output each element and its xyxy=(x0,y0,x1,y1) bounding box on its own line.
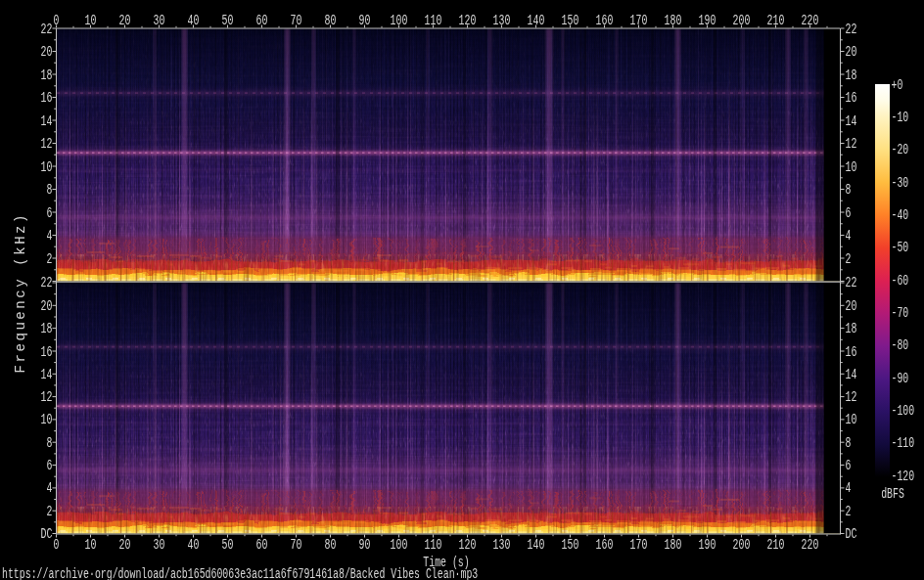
svg-text:6: 6 xyxy=(47,205,53,221)
svg-text:20: 20 xyxy=(846,298,857,314)
svg-text:140: 140 xyxy=(528,537,545,553)
svg-text:160: 160 xyxy=(596,13,614,28)
svg-text:110: 110 xyxy=(425,537,442,553)
svg-text:170: 170 xyxy=(630,13,648,28)
svg-text:50: 50 xyxy=(222,13,234,28)
svg-text:180: 180 xyxy=(665,537,682,553)
svg-text:140: 140 xyxy=(528,13,545,28)
svg-text:14: 14 xyxy=(41,113,53,129)
svg-text:10: 10 xyxy=(41,412,53,427)
svg-text:-70: -70 xyxy=(892,305,909,321)
svg-text:Frequency (kHz): Frequency (kHz) xyxy=(13,215,28,374)
svg-text:200: 200 xyxy=(733,537,751,553)
svg-text:20: 20 xyxy=(119,537,131,553)
svg-text:90: 90 xyxy=(359,537,371,553)
svg-text:10: 10 xyxy=(846,159,857,175)
svg-text:110: 110 xyxy=(425,13,442,28)
svg-text:-110: -110 xyxy=(892,435,915,451)
svg-text:18: 18 xyxy=(41,321,53,336)
svg-text:200: 200 xyxy=(733,13,751,28)
svg-text:8: 8 xyxy=(846,182,852,198)
svg-text:130: 130 xyxy=(493,13,511,28)
svg-text:8: 8 xyxy=(47,182,53,198)
svg-text:16: 16 xyxy=(41,90,53,106)
svg-text:14: 14 xyxy=(41,367,53,382)
svg-text:2: 2 xyxy=(846,504,852,519)
svg-text:210: 210 xyxy=(767,537,785,553)
svg-text:150: 150 xyxy=(562,13,579,28)
svg-text:-60: -60 xyxy=(892,273,909,289)
svg-text:30: 30 xyxy=(154,13,165,28)
svg-text:2: 2 xyxy=(47,504,53,519)
svg-text:20: 20 xyxy=(846,44,857,60)
svg-text:-120: -120 xyxy=(892,468,915,484)
svg-text:60: 60 xyxy=(256,13,268,28)
svg-text:4: 4 xyxy=(846,480,852,496)
svg-text:22: 22 xyxy=(846,22,857,37)
svg-text:20: 20 xyxy=(119,13,131,28)
svg-text:10: 10 xyxy=(846,412,857,427)
svg-text:60: 60 xyxy=(256,537,268,553)
svg-text:2: 2 xyxy=(846,251,852,267)
svg-text:-100: -100 xyxy=(892,403,915,419)
svg-text:-40: -40 xyxy=(892,207,909,223)
svg-text:18: 18 xyxy=(41,67,53,83)
svg-text:130: 130 xyxy=(493,537,511,553)
svg-text:120: 120 xyxy=(459,537,477,553)
svg-text:18: 18 xyxy=(846,67,857,83)
svg-text:https://archive·org/download/a: https://archive·org/download/acb165d6006… xyxy=(2,566,478,580)
svg-text:6: 6 xyxy=(846,458,852,473)
svg-text:10: 10 xyxy=(85,13,97,28)
svg-text:190: 190 xyxy=(699,13,716,28)
svg-text:12: 12 xyxy=(846,136,857,152)
svg-text:40: 40 xyxy=(188,537,200,553)
svg-text:150: 150 xyxy=(562,537,579,553)
svg-text:-20: -20 xyxy=(892,142,909,157)
svg-text:0: 0 xyxy=(54,537,60,553)
svg-text:18: 18 xyxy=(846,321,857,336)
svg-text:100: 100 xyxy=(391,13,408,28)
svg-text:170: 170 xyxy=(630,537,648,553)
svg-text:-90: -90 xyxy=(892,371,909,386)
svg-text:10: 10 xyxy=(85,537,97,553)
svg-text:8: 8 xyxy=(47,435,53,451)
svg-text:-10: -10 xyxy=(892,110,909,125)
svg-text:22: 22 xyxy=(41,22,53,37)
svg-text:70: 70 xyxy=(291,537,302,553)
svg-text:12: 12 xyxy=(41,389,53,405)
svg-text:10: 10 xyxy=(41,159,53,175)
svg-text:0: 0 xyxy=(54,13,60,28)
svg-text:70: 70 xyxy=(291,13,302,28)
svg-text:120: 120 xyxy=(459,13,477,28)
svg-text:190: 190 xyxy=(699,537,716,553)
svg-text:50: 50 xyxy=(222,537,234,553)
svg-text:+0: +0 xyxy=(892,77,903,93)
svg-text:14: 14 xyxy=(846,113,857,129)
svg-text:6: 6 xyxy=(846,205,852,221)
svg-text:6: 6 xyxy=(47,458,53,473)
svg-text:90: 90 xyxy=(359,13,371,28)
svg-text:220: 220 xyxy=(802,13,819,28)
svg-text:20: 20 xyxy=(41,44,53,60)
svg-text:16: 16 xyxy=(846,344,857,360)
svg-text:4: 4 xyxy=(47,228,53,244)
svg-text:30: 30 xyxy=(154,537,165,553)
svg-text:12: 12 xyxy=(41,136,53,152)
svg-text:8: 8 xyxy=(846,435,852,451)
svg-text:-80: -80 xyxy=(892,337,909,353)
svg-text:14: 14 xyxy=(846,367,857,382)
svg-text:DC: DC xyxy=(846,526,857,542)
svg-text:100: 100 xyxy=(391,537,408,553)
svg-text:22: 22 xyxy=(41,275,53,290)
svg-text:4: 4 xyxy=(846,228,852,244)
svg-text:-30: -30 xyxy=(892,175,909,191)
svg-text:160: 160 xyxy=(596,537,614,553)
svg-text:20: 20 xyxy=(41,298,53,314)
svg-text:16: 16 xyxy=(41,344,53,360)
svg-text:-50: -50 xyxy=(892,240,909,255)
svg-text:80: 80 xyxy=(325,537,337,553)
svg-text:180: 180 xyxy=(665,13,682,28)
svg-text:DC: DC xyxy=(41,526,53,542)
svg-text:80: 80 xyxy=(325,13,337,28)
svg-text:40: 40 xyxy=(188,13,200,28)
